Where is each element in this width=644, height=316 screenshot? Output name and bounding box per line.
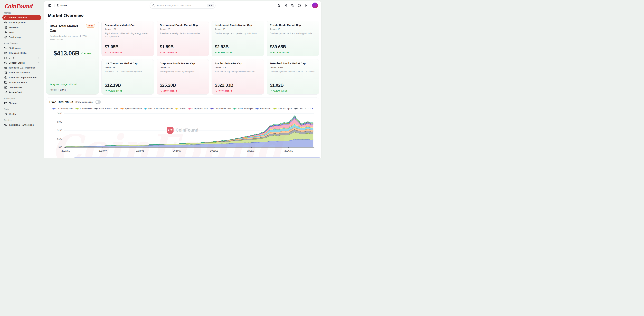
search-shortcut-badge: ⌘ K (207, 3, 214, 7)
legend-page-indicator: 1/2 (308, 107, 310, 110)
legend-item-real-estate[interactable]: Real Estate (255, 107, 271, 110)
stat-card-value: $1.89B (160, 44, 206, 49)
sidebar-item-wealth[interactable]: Wealth (2, 112, 42, 116)
rwa-total-value-card: CoinFound RWA Total Value Show stablecoi… (46, 97, 319, 158)
legend-marker (188, 108, 192, 109)
rwa-total-market-cap-card[interactable]: RWA Total Market Cap Total Combined mark… (46, 21, 99, 95)
search-bar[interactable]: ⌘ K (150, 2, 216, 9)
stat-card-assets: Assets: 106 (215, 66, 261, 69)
stat-card-title: Government Bonds Market Cap (160, 23, 206, 26)
sidebar-item-commodities[interactable]: Commodities (2, 85, 42, 90)
languages-button[interactable] (290, 3, 295, 8)
sun-button[interactable] (297, 3, 302, 8)
sidebar-item-label: Market Overview (9, 16, 27, 19)
legend-item-us-treasury-debt[interactable]: US Treasury Debt (52, 107, 74, 110)
sidebar-toggle-button[interactable] (47, 3, 52, 8)
search-input[interactable] (156, 4, 206, 7)
sidebar-item-tokenized-treasuries[interactable]: Tokenized Treasuries (2, 70, 42, 75)
send-button[interactable] (283, 3, 288, 8)
gauge-icon (4, 16, 7, 19)
stat-card-u-s-treasuries-market-cap[interactable]: U.S. Treasuries Market CapAssets: 230Tok… (102, 59, 154, 95)
legend-item-non-us-government-debt[interactable]: non-US Government Debt (144, 107, 173, 110)
stat-card-title: Commodities Market Cap (105, 23, 151, 26)
stat-card-value: $25.20B (160, 83, 206, 88)
sidebar-section-label-tools: Tools (4, 108, 40, 110)
stat-card-stablecoin-market-cap[interactable]: Stablecoin Market CapAssets: 106Total ma… (212, 59, 264, 95)
sidebar-item-tokenized-corporate-bonds[interactable]: Tokenized Corporate Bonds (2, 75, 42, 80)
sidebar-section-label-participants: Participants (4, 97, 40, 100)
coinfound-logo[interactable]: CoinFound (4, 3, 42, 9)
sidebar: CoinFound MarketMarket OverviewTradFi Ex… (0, 0, 44, 158)
sidebar-item-label: Fundraising (9, 36, 21, 38)
legend-item-venture-capital[interactable]: Venture Capital (273, 107, 292, 110)
stat-card-change-text: +21.81% last 7d (273, 51, 289, 54)
stat-card-description: Tokenized U.S. Treasury sovereign debt (105, 70, 151, 73)
chart-title: RWA Total Value (49, 100, 73, 104)
sidebar-item-tradfi-exposure[interactable]: TradFi Exposure (2, 20, 42, 25)
circle-dollar-icon (4, 36, 7, 39)
legend-item-priv[interactable]: Priv (294, 107, 302, 110)
sidebar-item-label: Tokenized Corporate Bonds (9, 76, 37, 79)
stat-card-value: $12.19B (105, 83, 151, 88)
legend-item-stocks[interactable]: Stocks (175, 107, 186, 110)
stat-card-description: Total market cap of major USD stablecoin… (215, 70, 261, 73)
sidebar-item-institutional-partnerships[interactable]: Institutional Partnerships (2, 122, 42, 127)
sidebar-item-concept-stocks[interactable]: Concept Stocks (2, 60, 42, 65)
legend-marker (120, 108, 124, 109)
sidebar-section-label-market: Market (4, 12, 40, 14)
legend-label: Asset-Backed Credit (99, 107, 118, 110)
sidebar-item-platforms[interactable]: Platforms (2, 101, 42, 106)
legend-item-diversified-credit[interactable]: Diversified Credit (210, 107, 231, 110)
sidebar-item-private-credit[interactable]: Private Credit (2, 90, 42, 95)
sidebar-item-research[interactable]: Research (2, 25, 42, 30)
top-bar: Home ⌘ K (44, 1, 321, 10)
svg-text:2025/07: 2025/07 (247, 150, 256, 152)
legend-marker (255, 108, 259, 109)
stat-card-description: Tokenized sovereign debt across countrie… (160, 32, 206, 35)
stat-card-title: U.S. Treasuries Market Cap (105, 62, 151, 65)
stat-card-tokenized-stocks-market-cap[interactable]: Tokenized Stocks Market CapAssets: 2,053… (267, 59, 319, 95)
chevron-right-icon (37, 57, 40, 59)
legend-item-active-strategies[interactable]: Active Strategies (233, 107, 254, 110)
stat-card-description: On-chain private credit and lending prot… (270, 32, 316, 35)
topbar-divider (310, 4, 310, 7)
stat-card-government-bonds-market-cap[interactable]: Government Bonds Market CapAssets: 26Tok… (156, 21, 209, 56)
content-area: Market Overview RWA Total Market Cap Tot… (44, 13, 321, 158)
x-logo-button[interactable] (276, 3, 282, 8)
stat-card-commodities-market-cap[interactable]: Commodities Market CapAssets: 101Physica… (102, 21, 154, 56)
legend-item-commodities[interactable]: Commodities (75, 107, 92, 110)
stat-card-change: -2.68% last 7d (160, 90, 206, 92)
sidebar-item-fundraising[interactable]: Fundraising (2, 35, 42, 40)
sidebar-nav: MarketMarket OverviewTradFi ExposureRese… (2, 12, 42, 127)
sidebar-item-tokenized-u-s-treasuries[interactable]: Tokenized U.S. Treasuries (2, 65, 42, 70)
shopping-bag-icon (4, 86, 7, 89)
hero-card-change: +1.26% (84, 52, 91, 55)
legend-next-button[interactable] (312, 108, 313, 110)
sidebar-item-institutional-funds[interactable]: Institutional Funds (2, 80, 42, 85)
sidebar-item-etfs[interactable]: ETFs (2, 55, 42, 60)
sidebar-item-stablecoins[interactable]: Stablecoins (2, 46, 42, 50)
legend-item-specialty-finance[interactable]: Specialty Finance (120, 107, 142, 110)
legend-label: Real Estate (260, 107, 271, 110)
smartphone-download-button[interactable] (304, 3, 308, 8)
breadcrumb-home[interactable]: Home (56, 4, 67, 7)
total-badge: Total (86, 24, 95, 28)
circle-dollar-icon (4, 76, 7, 79)
legend-item-corporate-credit[interactable]: Corporate Credit (188, 107, 208, 110)
horizontal-scrollbar[interactable] (74, 157, 320, 158)
legend-prev-button[interactable] (305, 108, 306, 110)
sidebar-item-label: Platforms (9, 102, 18, 104)
sidebar-item-market-overview[interactable]: Market Overview (2, 15, 42, 20)
sidebar-item-news[interactable]: News (2, 30, 42, 35)
user-avatar[interactable] (312, 2, 318, 8)
legend-marker (294, 108, 298, 109)
trend-up-icon (270, 51, 272, 54)
stat-card-institutional-funds-market-cap[interactable]: Institutional Funds Market CapAssets: 66… (212, 21, 264, 56)
svg-text:2024/07: 2024/07 (173, 150, 181, 152)
stat-card-corporate-bonds-market-cap[interactable]: Corporate Bonds Market CapAssets: 74Bond… (156, 59, 209, 95)
stat-card-private-credit-market-cap[interactable]: Private Credit Market CapAssets: 10On-ch… (267, 21, 319, 56)
legend-marker (233, 108, 236, 109)
legend-item-asset-backed-credit[interactable]: Asset-Backed Credit (94, 107, 118, 110)
show-stablecoins-toggle[interactable] (95, 100, 101, 104)
sidebar-item-tokenized-stocks[interactable]: Tokenized Stocks (2, 50, 42, 55)
